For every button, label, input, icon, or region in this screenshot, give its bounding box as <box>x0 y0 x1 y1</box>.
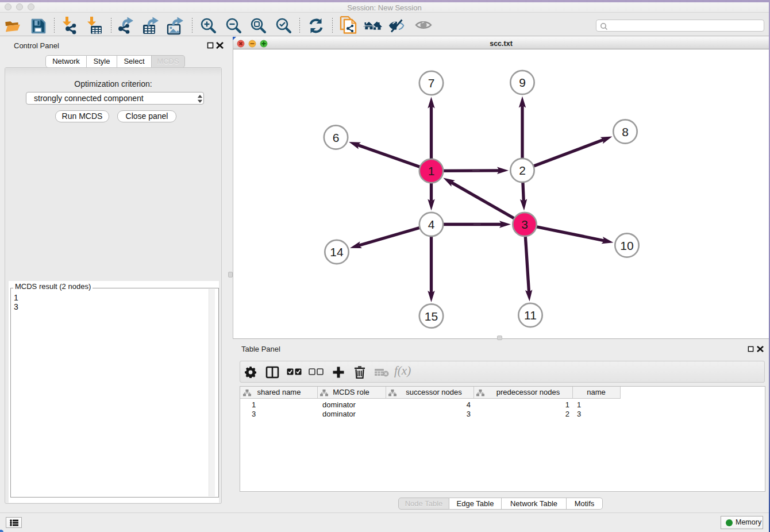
svg-text:3: 3 <box>521 218 528 231</box>
svg-text:1: 1 <box>428 164 435 178</box>
svg-text:4: 4 <box>428 218 435 231</box>
svg-text:11: 11 <box>524 309 537 322</box>
svg-text:8: 8 <box>622 125 629 138</box>
svg-text:6: 6 <box>333 131 340 144</box>
svg-text:15: 15 <box>425 310 438 323</box>
svg-text:9: 9 <box>519 76 526 89</box>
svg-text:2: 2 <box>519 164 526 177</box>
svg-text:10: 10 <box>620 239 633 252</box>
svg-text:7: 7 <box>428 76 435 90</box>
svg-text:14: 14 <box>330 245 344 259</box>
